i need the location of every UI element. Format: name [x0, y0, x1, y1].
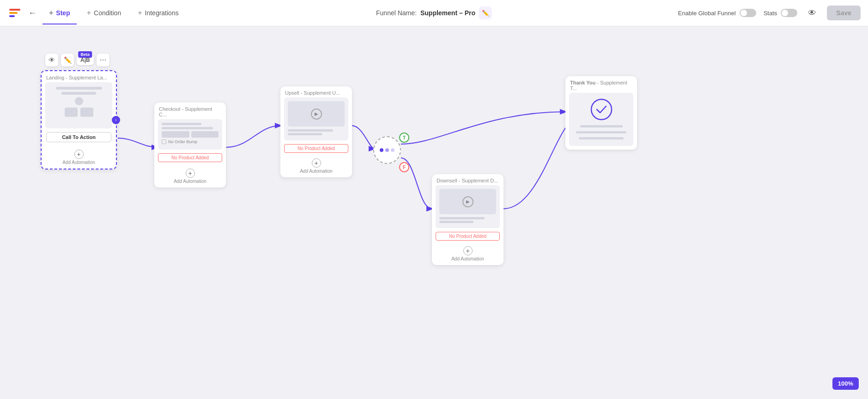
co-bump: No Order Bump: [162, 139, 219, 144]
fork-dot-1: [380, 148, 383, 152]
preview-circle: [75, 97, 83, 105]
tab-condition-label: Condition: [94, 9, 121, 17]
svg-point-0: [591, 99, 612, 120]
landing-connector: ›: [112, 116, 120, 124]
funnel-name-section: Funnel Name: Supplement – Pro ✏️: [376, 6, 492, 19]
thankyou-node[interactable]: Thank You - Supplement T...: [565, 76, 637, 150]
checkout-node[interactable]: Checkout - Supplement C... No Order Bump…: [154, 103, 226, 187]
preview-img-row: [65, 108, 93, 117]
tab-condition[interactable]: + Condition: [80, 6, 128, 20]
downsell-add-plus: +: [463, 246, 473, 255]
downsell-add-label: Add Automation: [451, 256, 484, 261]
downsell-add-automation[interactable]: + Add Automation: [432, 243, 504, 265]
landing-header: Landing - Supplement La...: [42, 71, 116, 82]
ds-bar-1: [439, 217, 485, 219]
tab-step-label: Step: [56, 9, 70, 17]
checkout-no-product[interactable]: No Product Added: [158, 153, 222, 162]
landing-eye-button[interactable]: 👁: [45, 54, 58, 66]
checkout-header: Checkout - Supplement C...: [154, 103, 226, 119]
checkout-add-label: Add Automation: [174, 179, 206, 184]
landing-edit-button[interactable]: ✏️: [61, 54, 74, 66]
ty-bar-2: [576, 131, 626, 133]
upsell-no-product[interactable]: No Product Added: [284, 144, 348, 153]
preview-img-2: [80, 108, 93, 117]
downsell-preview: ▶: [436, 185, 500, 228]
co-bump-check: [162, 139, 166, 144]
checkout-add-automation[interactable]: + Add Automation: [154, 166, 226, 187]
check-icon: [590, 98, 613, 121]
up-bar-1: [288, 129, 333, 132]
downsell-play-box: ▶: [439, 189, 496, 214]
landing-add-automation[interactable]: + Add Automation: [42, 147, 116, 169]
enable-global-label: Enable Global Funnel: [678, 10, 736, 17]
play-box: ▶: [288, 101, 345, 127]
landing-more-button[interactable]: ⋯: [97, 54, 109, 66]
edit-funnel-name-button[interactable]: ✏️: [479, 6, 492, 19]
downsell-no-product[interactable]: No Product Added: [436, 232, 500, 241]
preview-img-1: [65, 108, 78, 117]
co-form-row-1: [162, 131, 219, 138]
landing-ab-button[interactable]: Beta A|B: [77, 55, 94, 65]
co-bump-label: No Order Bump: [168, 139, 197, 144]
thankyou-header: Thank You - Supplement T...: [565, 76, 637, 93]
upsell-add-label: Add Automation: [300, 169, 333, 174]
logo-bar-3: [9, 15, 15, 17]
upsell-add-automation[interactable]: + Add Automation: [280, 156, 352, 177]
tab-plus-integrations: +: [138, 9, 142, 17]
stats-label: Stats: [764, 10, 777, 17]
funnel-name-value: Supplement – Pro: [420, 9, 475, 17]
enable-global-funnel-group: Enable Global Funnel: [678, 9, 756, 17]
tab-integrations-label: Integrations: [145, 9, 179, 17]
zoom-indicator: 100%: [832, 377, 859, 390]
downsell-header: Downsell - Supplement D...: [432, 174, 504, 185]
logo-bar-2: [9, 12, 18, 14]
co-field-2: [191, 131, 219, 138]
add-automation-plus-icon: +: [74, 150, 84, 159]
checkout-preview: No Order Bump: [158, 119, 222, 150]
add-automation-label: Add Automation: [62, 160, 95, 165]
funnel-name-label: Funnel Name:: [376, 9, 417, 17]
fork-dot-3: [391, 148, 395, 152]
landing-node[interactable]: 👁 ✏️ Beta A|B ⋯ Landing - Supplement La.…: [41, 70, 117, 169]
checkout-add-plus: +: [186, 169, 195, 178]
back-button[interactable]: ←: [26, 6, 39, 19]
true-badge: T: [399, 133, 409, 143]
downsell-play-icon: ▶: [462, 196, 473, 207]
tab-integrations[interactable]: + Integrations: [131, 6, 185, 20]
logo-bar-1: [9, 9, 20, 11]
preview-bar-1: [56, 87, 102, 90]
thankyou-preview: [569, 93, 633, 146]
co-bar-2: [162, 127, 213, 129]
tab-step[interactable]: + Step: [42, 6, 77, 20]
ab-label: A|B: [80, 57, 90, 63]
downsell-node[interactable]: Downsell - Supplement D... ▶ No Product …: [432, 174, 504, 265]
tab-plus-step: +: [49, 9, 53, 17]
upsell-node[interactable]: Upsell - Supplement U... ▶ No Product Ad…: [280, 86, 352, 177]
co-bar-1: [162, 123, 201, 125]
false-badge: F: [399, 162, 409, 172]
ty-bar-3: [579, 137, 624, 139]
ds-bar-2: [439, 221, 473, 223]
up-bar-2: [288, 133, 322, 135]
logo-icon: [7, 6, 22, 20]
upsell-add-plus: +: [312, 158, 321, 168]
preview-bar-2: [61, 92, 96, 95]
save-button[interactable]: Save: [827, 6, 861, 20]
preview-button[interactable]: 👁: [805, 6, 819, 20]
cta-button[interactable]: Call To Action: [46, 132, 111, 142]
landing-preview: [45, 82, 112, 128]
upsell-preview: ▶: [284, 97, 348, 140]
enable-global-toggle[interactable]: [740, 9, 756, 17]
fork-dot-2: [385, 148, 389, 152]
header-right: Enable Global Funnel Stats 👁 Save: [678, 6, 861, 20]
beta-badge: Beta: [79, 51, 92, 58]
fork-circle: T F: [373, 136, 401, 164]
tab-plus-condition: +: [87, 9, 91, 17]
fork-inner: [380, 148, 395, 152]
condition-node[interactable]: T F: [373, 136, 406, 169]
play-icon: ▶: [311, 109, 322, 120]
upsell-header: Upsell - Supplement U...: [280, 86, 352, 97]
funnel-canvas: 👁 ✏️ Beta A|B ⋯ Landing - Supplement La.…: [0, 26, 868, 399]
stats-toggle[interactable]: [781, 9, 797, 17]
header: ← + Step + Condition + Integrations Funn…: [0, 0, 868, 26]
